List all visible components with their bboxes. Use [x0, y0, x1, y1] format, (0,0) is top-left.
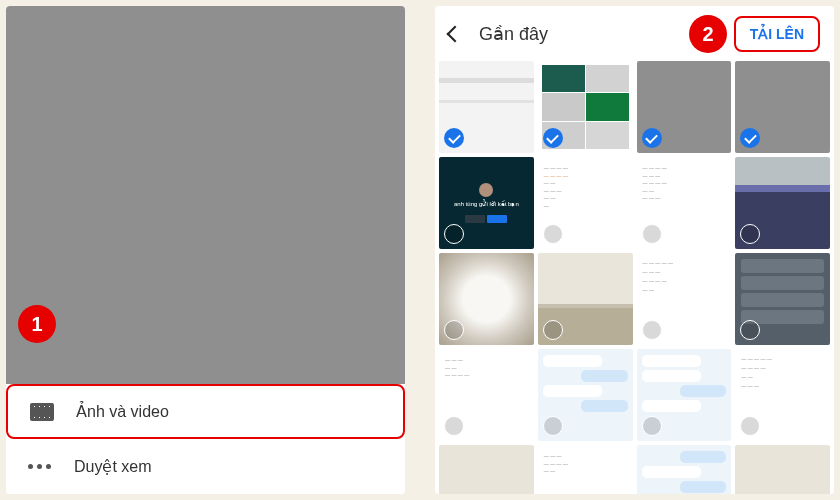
photo-thumb[interactable] — [538, 61, 633, 153]
back-icon[interactable] — [447, 25, 464, 42]
photo-thumb[interactable]: — — —— —— — — — — [439, 349, 534, 441]
step-badge-1: 1 — [18, 305, 56, 343]
browse-option[interactable]: Duyệt xem — [6, 439, 405, 494]
photo-thumb[interactable]: — — — — —— — —— — — —— — — [637, 253, 732, 345]
photo-thumb[interactable]: — — — —— — —— — — —— —— — — — [637, 157, 732, 249]
photo-grid: anh tùng gửi lời kết bạn — — — —— — — ——… — [435, 61, 834, 494]
upload-button[interactable]: TẢI LÊN — [734, 16, 820, 52]
photo-thumb[interactable]: anh tùng gửi lời kết bạn — [439, 157, 534, 249]
photo-thumb[interactable] — [735, 61, 830, 153]
photo-thumb[interactable]: — — —— — — —— — — [538, 445, 633, 494]
photo-thumb[interactable] — [735, 253, 830, 345]
film-icon — [30, 403, 54, 421]
photos-and-video-label: Ảnh và video — [76, 402, 169, 421]
phone-screen-right: Gần đây TẢI LÊN anh tùng gửi lời kết bạn… — [435, 6, 834, 494]
picker-title: Gần đây — [479, 23, 548, 45]
unselected-ring-icon — [740, 416, 760, 436]
step-badge-2: 2 — [689, 15, 727, 53]
unselected-ring-icon — [642, 224, 662, 244]
photo-thumb[interactable] — [538, 253, 633, 345]
photo-thumb[interactable] — [439, 253, 534, 345]
phone-screen-left: Ảnh và video Duyệt xem — [6, 6, 405, 494]
photo-thumb[interactable] — [637, 61, 732, 153]
photo-thumb[interactable] — [637, 445, 732, 494]
unselected-ring-icon — [642, 416, 662, 436]
unselected-ring-icon — [642, 320, 662, 340]
unselected-ring-icon — [444, 224, 464, 244]
photo-thumb[interactable] — [637, 349, 732, 441]
photo-thumb[interactable]: — — — —— — — —— —— — —— —— — [538, 157, 633, 249]
selected-check-icon — [444, 128, 464, 148]
unselected-ring-icon — [740, 320, 760, 340]
browse-label: Duyệt xem — [74, 457, 152, 476]
upload-action-sheet: Ảnh và video Duyệt xem — [6, 384, 405, 494]
photo-thumb[interactable] — [735, 157, 830, 249]
unselected-ring-icon — [444, 416, 464, 436]
dimmed-backdrop — [6, 6, 405, 384]
friend-request-text: anh tùng gửi lời kết bạn — [454, 201, 519, 208]
selected-check-icon — [740, 128, 760, 148]
photo-thumb[interactable] — [439, 445, 534, 494]
picker-header: Gần đây TẢI LÊN — [435, 6, 834, 61]
selected-check-icon — [642, 128, 662, 148]
unselected-ring-icon — [543, 224, 563, 244]
photo-thumb[interactable] — [735, 445, 830, 494]
photos-and-video-option[interactable]: Ảnh và video — [6, 384, 405, 439]
selected-check-icon — [543, 128, 563, 148]
photo-thumb[interactable] — [538, 349, 633, 441]
unselected-ring-icon — [543, 320, 563, 340]
more-dots-icon — [28, 464, 52, 470]
unselected-ring-icon — [740, 224, 760, 244]
photo-thumb[interactable] — [439, 61, 534, 153]
photo-thumb[interactable]: — — — — —— — — —— —— — — — [735, 349, 830, 441]
unselected-ring-icon — [444, 320, 464, 340]
unselected-ring-icon — [543, 416, 563, 436]
